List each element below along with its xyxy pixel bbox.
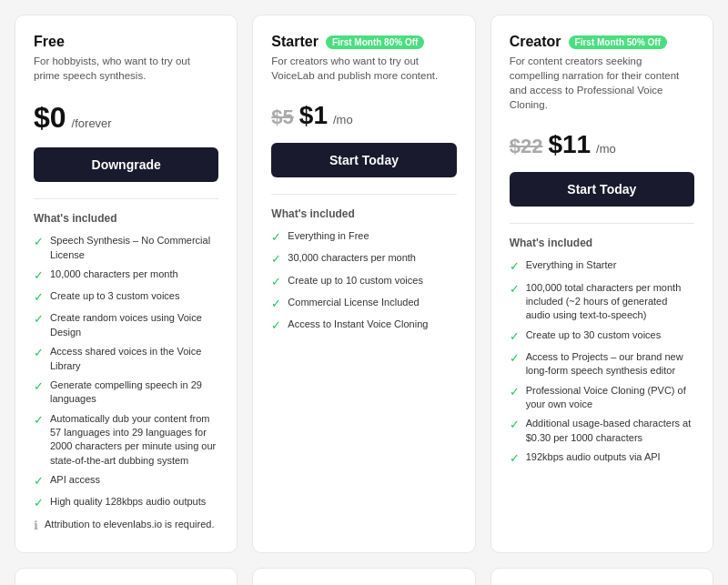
check-icon: ✓	[34, 378, 44, 395]
feature-item: ✓100,000 total characters per month incl…	[510, 281, 694, 323]
plan-name: Creator	[510, 34, 561, 50]
feature-item: ✓High quality 128kbps audio outputs	[34, 495, 218, 511]
divider	[510, 223, 694, 224]
feature-item: ✓Automatically dub your content from 57 …	[34, 412, 218, 469]
included-title: What's included	[34, 212, 218, 225]
divider	[34, 198, 218, 199]
feature-item: ✓192kbps audio outputs via API	[510, 450, 694, 467]
included-title: What's included	[271, 207, 456, 220]
feature-text: 30,000 characters per month	[288, 251, 416, 265]
price-current: $1	[299, 101, 328, 130]
feature-text: Access to Instant Voice Cloning	[288, 318, 428, 331]
feature-text: Create up to 10 custom voices	[288, 274, 423, 287]
feature-text: High quality 128kbps audio outputs	[50, 495, 206, 509]
feature-list: ✓Everything in Starter✓100,000 total cha…	[510, 258, 694, 467]
check-icon: ✓	[34, 234, 44, 250]
price-suffix: /mo	[333, 113, 353, 126]
feature-text: Attribution to elevenlabs.io is required…	[45, 518, 215, 531]
feature-text: Everything in Starter	[526, 258, 617, 272]
feature-list: ✓Everything in Free✓30,000 characters pe…	[271, 229, 456, 334]
feature-text: Create up to 30 custom voices	[526, 328, 662, 342]
check-icon: ✓	[34, 412, 44, 429]
feature-text: Access to Projects – our brand new long-…	[526, 350, 694, 378]
feature-item: ✓Professional Voice Cloning (PVC) of you…	[510, 384, 694, 412]
plan-description: For hobbyists, who want to try out prime…	[34, 54, 218, 83]
feature-list: ✓Speech Synthesis – No Commercial Licens…	[34, 234, 218, 534]
plan-name: Starter	[271, 34, 318, 50]
check-icon: ✓	[510, 258, 520, 275]
feature-item: ✓Access to Projects – our brand new long…	[510, 350, 694, 378]
info-icon: ℹ	[34, 518, 38, 534]
feature-text: 10,000 characters per month	[50, 267, 178, 281]
feature-text: Access shared voices in the Voice Librar…	[50, 345, 218, 373]
feature-item: ✓Everything in Free	[271, 229, 456, 246]
feature-item: ✓Create up to 10 custom voices	[271, 274, 456, 290]
plan-header: CreatorFirst Month 50% OffFor content cr…	[510, 34, 694, 123]
check-icon: ✓	[510, 350, 520, 367]
check-icon: ✓	[34, 345, 44, 361]
feature-item: ✓10,000 characters per month	[34, 267, 218, 284]
plan-card-enterprise: EnterpriseFor businesses that require a …	[490, 568, 713, 585]
price-old: $5	[271, 106, 293, 129]
check-icon: ✓	[271, 318, 281, 334]
plan-card-independent: Independent PublisherFor Independent aut…	[15, 568, 238, 585]
plan-header: FreeFor hobbyists, who want to try out p…	[34, 34, 218, 94]
feature-text: API access	[50, 473, 100, 487]
price-current: $11	[548, 130, 591, 159]
plan-name: Free	[34, 34, 65, 50]
check-icon: ✓	[34, 495, 44, 511]
plan-card-starter: StarterFirst Month 80% OffFor creators w…	[252, 15, 475, 553]
divider	[271, 194, 456, 195]
check-icon: ✓	[510, 417, 520, 433]
feature-item: ✓Additional usage-based characters at $0…	[510, 417, 694, 445]
price-value: $0	[34, 101, 66, 135]
feature-item: ℹAttribution to elevenlabs.io is require…	[34, 518, 218, 534]
check-icon: ✓	[271, 251, 281, 267]
feature-text: Create random voices using Voice Design	[50, 311, 218, 339]
check-icon: ✓	[510, 384, 520, 400]
feature-text: Everything in Free	[288, 229, 369, 243]
feature-item: ✓30,000 characters per month	[271, 251, 456, 267]
check-icon: ✓	[34, 473, 44, 489]
feature-text: 192kbps audio outputs via API	[526, 450, 661, 464]
plan-free-button[interactable]: Downgrade	[34, 147, 218, 182]
check-icon: ✓	[34, 289, 44, 306]
feature-text: Speech Synthesis – No Commercial License	[50, 234, 218, 262]
feature-text: 100,000 total characters per month inclu…	[526, 281, 694, 323]
feature-item: ✓Create up to 30 custom voices	[510, 328, 694, 345]
feature-item: ✓Access to Instant Voice Cloning	[271, 318, 456, 334]
plan-starter-button[interactable]: Start Today	[271, 143, 456, 177]
feature-item: ✓Generate compelling speech in 29 langua…	[34, 378, 218, 407]
plan-badge: First Month 50% Off	[569, 35, 667, 49]
plan-card-free: FreeFor hobbyists, who want to try out p…	[15, 15, 238, 553]
check-icon: ✓	[34, 267, 44, 284]
plan-badge: First Month 80% Off	[326, 35, 424, 49]
feature-text: Automatically dub your content from 57 l…	[50, 412, 218, 469]
feature-item: ✓Everything in Starter	[510, 258, 694, 275]
plan-card-creator: CreatorFirst Month 50% OffFor content cr…	[490, 15, 713, 553]
feature-item: ✓Speech Synthesis – No Commercial Licens…	[34, 234, 218, 262]
plan-description: For creators who want to try out VoiceLa…	[271, 54, 456, 83]
plan-creator-button[interactable]: Start Today	[510, 172, 694, 207]
check-icon: ✓	[271, 296, 281, 312]
plan-price-block: $5$1/mo	[271, 101, 456, 130]
check-icon: ✓	[510, 450, 520, 467]
feature-text: Additional usage-based characters at $0.…	[526, 417, 694, 445]
included-title: What's included	[510, 237, 694, 249]
check-icon: ✓	[271, 229, 281, 246]
feature-item: ✓Access shared voices in the Voice Libra…	[34, 345, 218, 373]
feature-text: Generate compelling speech in 29 languag…	[50, 378, 218, 407]
feature-text: Professional Voice Cloning (PVC) of your…	[526, 384, 694, 412]
feature-item: ✓API access	[34, 473, 218, 489]
plan-price-block: $22$11/mo	[510, 130, 694, 159]
feature-item: ✓Commercial License Included	[271, 296, 456, 312]
plan-price-block: $0/forever	[34, 101, 218, 135]
price-old: $22	[510, 135, 543, 158]
pricing-grid: FreeFor hobbyists, who want to try out p…	[15, 15, 713, 585]
check-icon: ✓	[510, 281, 520, 298]
feature-text: Create up to 3 custom voices	[50, 289, 179, 303]
price-suffix: /forever	[72, 116, 112, 130]
plan-card-growing: Growing BusinessFor growing publishers a…	[252, 568, 475, 585]
feature-item: ✓Create random voices using Voice Design	[34, 311, 218, 339]
plan-header: StarterFirst Month 80% OffFor creators w…	[271, 34, 456, 94]
